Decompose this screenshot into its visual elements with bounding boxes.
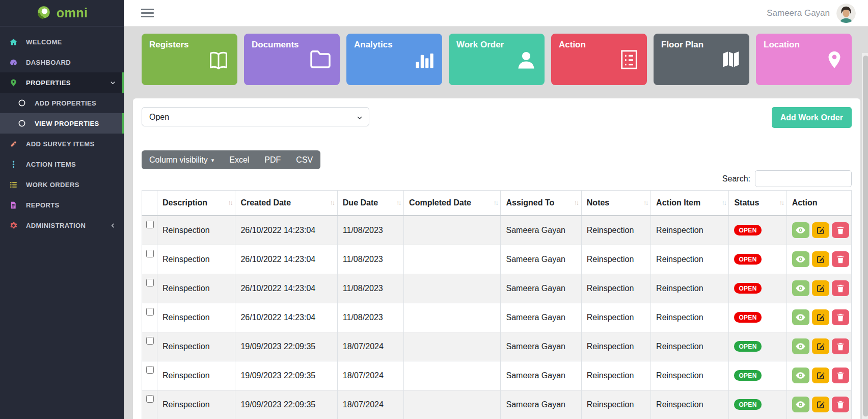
edit-button[interactable]: [812, 338, 829, 354]
scrollbar-thumb[interactable]: [863, 56, 868, 416]
column-header-description[interactable]: Description↑↓: [157, 191, 235, 216]
row-checkbox[interactable]: [146, 221, 154, 228]
view-button[interactable]: [792, 280, 809, 296]
sidebar-item-dashboard[interactable]: DASHBOARD: [0, 52, 124, 72]
chevron-down-icon: [110, 80, 116, 86]
column-header-due-date[interactable]: Due Date↑↓: [337, 191, 403, 216]
sidebar-item-action-items[interactable]: ACTION ITEMS: [0, 154, 124, 174]
view-button[interactable]: [792, 397, 809, 412]
edit-button[interactable]: [812, 222, 829, 238]
sidebar-nav: WELCOME DASHBOARD PROPERTIES: [0, 27, 124, 235]
delete-button[interactable]: [832, 397, 849, 412]
cell-due-date: 18/07/2024: [337, 390, 403, 419]
user-menu[interactable]: Sameera Gayan: [767, 4, 856, 23]
cell-actions: [786, 274, 851, 303]
sort-icons: ↑↓: [493, 199, 497, 206]
view-button[interactable]: [792, 251, 809, 267]
edit-button[interactable]: [812, 280, 829, 296]
scrollbar-track[interactable]: [862, 53, 868, 419]
column-header-created-date[interactable]: Created Date↑↓: [235, 191, 337, 216]
row-checkbox[interactable]: [146, 337, 154, 345]
sidebar-item-work-orders[interactable]: WORK ORDERS: [0, 174, 124, 195]
delete-button[interactable]: [832, 280, 849, 296]
delete-button[interactable]: [832, 338, 849, 354]
sidebar-item-label: VIEW PROPERTIES: [35, 120, 99, 127]
column-header-action-item[interactable]: Action Item↑↓: [651, 191, 729, 216]
tile-work-order[interactable]: Work Order: [449, 34, 545, 85]
table-row: Reinspection19/09/2023 22:09:3518/07/202…: [142, 390, 852, 419]
csv-button[interactable]: CSV: [288, 150, 320, 169]
cell-status: OPEN: [729, 332, 786, 361]
row-select-cell: [142, 245, 157, 274]
edit-button[interactable]: [812, 251, 829, 267]
search-label: Search:: [722, 174, 750, 184]
delete-button[interactable]: [832, 222, 849, 238]
cell-created-date: 26/10/2022 14:23:04: [235, 274, 337, 303]
tile-floor-plan[interactable]: Floor Plan: [654, 34, 749, 85]
table-row: Reinspection26/10/2022 14:23:0411/08/202…: [142, 274, 852, 303]
sidebar-item-properties[interactable]: PROPERTIES: [0, 72, 124, 93]
tile-label: Documents: [252, 40, 299, 50]
sidebar-item-label: DASHBOARD: [26, 59, 71, 66]
tile-location[interactable]: Location: [756, 34, 852, 85]
view-button[interactable]: [792, 222, 809, 238]
sidebar-item-administration[interactable]: ADMINISTRATION: [0, 215, 124, 235]
hamburger-menu-icon[interactable]: [141, 9, 154, 17]
delete-button[interactable]: [832, 368, 849, 383]
avatar[interactable]: [836, 4, 856, 23]
tile-action[interactable]: Action: [551, 34, 647, 85]
app-window: omni WELCOME DASHBOARD PROPERTIES: [0, 0, 868, 419]
column-visibility-button[interactable]: Column visibility ▾: [142, 150, 222, 169]
row-checkbox[interactable]: [146, 250, 154, 257]
delete-button[interactable]: [832, 251, 849, 267]
list-icon: [8, 180, 18, 189]
cell-notes: Reinspection: [581, 361, 650, 390]
row-checkbox[interactable]: [146, 308, 154, 316]
tile-label: Analytics: [354, 40, 393, 50]
column-header-assigned-to[interactable]: Assigned To↑↓: [501, 191, 581, 216]
search-input[interactable]: [755, 170, 852, 187]
sidebar-item-reports[interactable]: REPORTS: [0, 195, 124, 215]
cell-assigned-to: Sameera Gayan: [501, 361, 581, 390]
brand-name: omni: [57, 6, 88, 20]
view-button[interactable]: [792, 338, 809, 354]
row-checkbox[interactable]: [146, 395, 154, 403]
column-header-completed-date[interactable]: Completed Date↑↓: [404, 191, 501, 216]
pdf-button[interactable]: PDF: [257, 150, 288, 169]
sidebar-item-welcome[interactable]: WELCOME: [0, 32, 124, 52]
edit-button[interactable]: [812, 397, 829, 412]
tile-analytics[interactable]: Analytics: [346, 34, 442, 85]
cell-due-date: 11/08/2023: [337, 274, 403, 303]
sidebar-item-label: WELCOME: [26, 38, 62, 46]
sidebar-item-add-survey-items[interactable]: ADD SURVEY ITEMS: [0, 134, 124, 154]
delete-button[interactable]: [832, 309, 849, 325]
view-button[interactable]: [792, 368, 809, 383]
view-button[interactable]: [792, 309, 809, 325]
tile-label: Floor Plan: [661, 40, 703, 50]
tile-registers[interactable]: Registers: [142, 34, 237, 85]
row-checkbox[interactable]: [146, 279, 154, 286]
cell-description: Reinspection: [157, 274, 235, 303]
row-checkbox[interactable]: [146, 366, 154, 374]
table-row: Reinspection19/09/2023 22:09:3518/07/202…: [142, 361, 852, 390]
excel-button[interactable]: Excel: [222, 150, 257, 169]
work-orders-table: Description↑↓Created Date↑↓Due Date↑↓Com…: [142, 190, 852, 419]
sort-icons: ↑↓: [396, 199, 400, 206]
sidebar-item-view-properties[interactable]: VIEW PROPERTIES: [0, 113, 124, 134]
column-header-status[interactable]: Status↑↓: [729, 191, 786, 216]
edit-button[interactable]: [812, 368, 829, 383]
edit-button[interactable]: [812, 309, 829, 325]
row-select-cell: [142, 216, 157, 245]
add-work-order-button[interactable]: Add Work Order: [772, 107, 852, 128]
tile-label: Action: [559, 40, 586, 50]
column-header-notes[interactable]: Notes↑↓: [581, 191, 650, 216]
sort-icons: ↑↓: [228, 199, 232, 206]
status-filter-select[interactable]: Open: [142, 107, 369, 126]
sort-icons: ↑↓: [330, 199, 334, 206]
row-select-cell: [142, 303, 157, 332]
table-header-row: Description↑↓Created Date↑↓Due Date↑↓Com…: [142, 191, 852, 216]
cell-completed-date: [404, 332, 501, 361]
sidebar-item-add-properties[interactable]: ADD PROPERTIES: [0, 93, 124, 113]
ellipsis-vertical-icon: [8, 160, 18, 169]
tile-documents[interactable]: Documents: [244, 34, 340, 85]
